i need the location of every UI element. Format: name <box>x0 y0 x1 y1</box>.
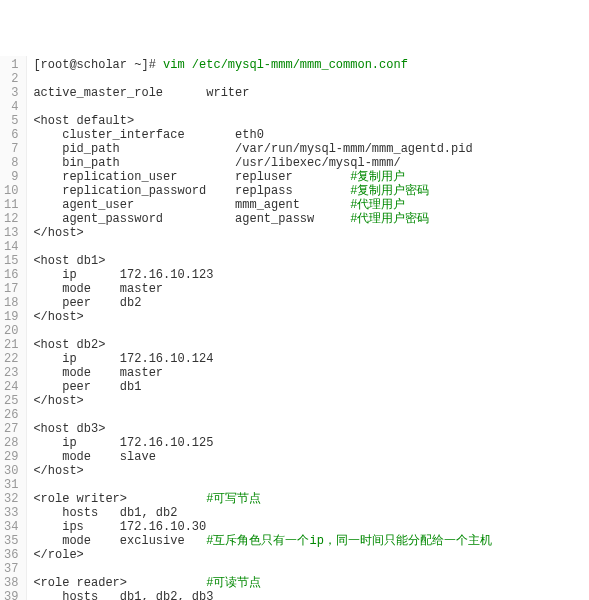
shell-prompt: [root@scholar ~]# <box>33 58 163 72</box>
code-editor: 1 2 3 4 5 6 7 8 9 10 11 12 13 14 15 16 1… <box>0 56 589 600</box>
code-line <box>33 324 542 338</box>
code-line: cluster_interface eth0 <box>33 128 542 142</box>
code-text: ip 172.16.10.125 <box>33 436 213 450</box>
code-line: replication_user repluser #复制用户 <box>33 170 542 184</box>
code-comment: #可写节点 <box>206 492 261 506</box>
code-line: ip 172.16.10.124 <box>33 352 542 366</box>
code-text: mode master <box>33 366 163 380</box>
code-text: </host> <box>33 226 83 240</box>
code-line: mode master <box>33 282 542 296</box>
code-text: ip 172.16.10.124 <box>33 352 213 366</box>
code-comment: #互斥角色只有一个ip，同一时间只能分配给一个主机 <box>206 534 492 548</box>
code-line: ips 172.16.10.30 <box>33 520 542 534</box>
code-line: <host db3> <box>33 422 542 436</box>
code-line: peer db2 <box>33 296 542 310</box>
code-line: active_master_role writer <box>33 86 542 100</box>
shell-command: vim /etc/mysql-mmm/mmm_common.conf <box>163 58 408 72</box>
code-line: </host> <box>33 464 542 478</box>
code-line: </host> <box>33 394 542 408</box>
code-line: peer db1 <box>33 380 542 394</box>
code-line <box>33 240 542 254</box>
code-line: hosts db1, db2 <box>33 506 542 520</box>
code-comment: #代理用户 <box>350 198 405 212</box>
code-text: cluster_interface eth0 <box>33 128 263 142</box>
code-line: <host db1> <box>33 254 542 268</box>
line-number-gutter: 1 2 3 4 5 6 7 8 9 10 11 12 13 14 15 16 1… <box>0 56 27 600</box>
code-text: </host> <box>33 464 83 478</box>
code-text: mode master <box>33 282 163 296</box>
code-line: ip 172.16.10.125 <box>33 436 542 450</box>
code-line <box>33 408 542 422</box>
code-line: <role writer> #可写节点 <box>33 492 542 506</box>
code-line: </role> <box>33 548 542 562</box>
code-line: ip 172.16.10.123 <box>33 268 542 282</box>
code-line: agent_user mmm_agent #代理用户 <box>33 198 542 212</box>
code-text: <host db1> <box>33 254 105 268</box>
code-line <box>33 562 542 576</box>
code-line: </host> <box>33 226 542 240</box>
code-text: <role reader> <box>33 576 206 590</box>
code-line: <role reader> #可读节点 <box>33 576 542 590</box>
code-line: agent_password agent_passw #代理用户密码 <box>33 212 542 226</box>
code-line: mode exclusive #互斥角色只有一个ip，同一时间只能分配给一个主机 <box>33 534 542 548</box>
code-text: </role> <box>33 548 83 562</box>
code-line <box>33 72 542 86</box>
code-line: <host default> <box>33 114 542 128</box>
code-comment: #可读节点 <box>206 576 261 590</box>
code-area[interactable]: [root@scholar ~]# vim /etc/mysql-mmm/mmm… <box>27 56 542 600</box>
code-comment: #复制用户 <box>350 170 405 184</box>
code-line: mode master <box>33 366 542 380</box>
code-text: <host db2> <box>33 338 105 352</box>
code-text: pid_path /var/run/mysql-mmm/mmm_agentd.p… <box>33 142 472 156</box>
code-text: replication_password replpass <box>33 184 350 198</box>
code-text: ip 172.16.10.123 <box>33 268 213 282</box>
code-comment: #代理用户密码 <box>350 212 429 226</box>
code-line: mode slave <box>33 450 542 464</box>
code-text: </host> <box>33 394 83 408</box>
code-text: replication_user repluser <box>33 170 350 184</box>
code-text: active_master_role writer <box>33 86 249 100</box>
code-text: peer db1 <box>33 380 141 394</box>
code-comment: #复制用户密码 <box>350 184 429 198</box>
code-text: ips 172.16.10.30 <box>33 520 206 534</box>
code-line: [root@scholar ~]# vim /etc/mysql-mmm/mmm… <box>33 58 542 72</box>
code-text: bin_path /usr/libexec/mysql-mmm/ <box>33 156 400 170</box>
code-text: mode slave <box>33 450 155 464</box>
code-line <box>33 100 542 114</box>
code-text: hosts db1, db2, db3 <box>33 590 213 600</box>
code-line <box>33 478 542 492</box>
code-text: <host default> <box>33 114 134 128</box>
code-line: pid_path /var/run/mysql-mmm/mmm_agentd.p… <box>33 142 542 156</box>
code-text: <host db3> <box>33 422 105 436</box>
code-text: agent_password agent_passw <box>33 212 350 226</box>
code-text: </host> <box>33 310 83 324</box>
code-line: </host> <box>33 310 542 324</box>
code-text: peer db2 <box>33 296 141 310</box>
code-line: <host db2> <box>33 338 542 352</box>
code-text: agent_user mmm_agent <box>33 198 350 212</box>
code-line: bin_path /usr/libexec/mysql-mmm/ <box>33 156 542 170</box>
code-line: hosts db1, db2, db3 <box>33 590 542 600</box>
code-text: mode exclusive <box>33 534 206 548</box>
code-text: hosts db1, db2 <box>33 506 177 520</box>
code-line: replication_password replpass #复制用户密码 <box>33 184 542 198</box>
code-text: <role writer> <box>33 492 206 506</box>
